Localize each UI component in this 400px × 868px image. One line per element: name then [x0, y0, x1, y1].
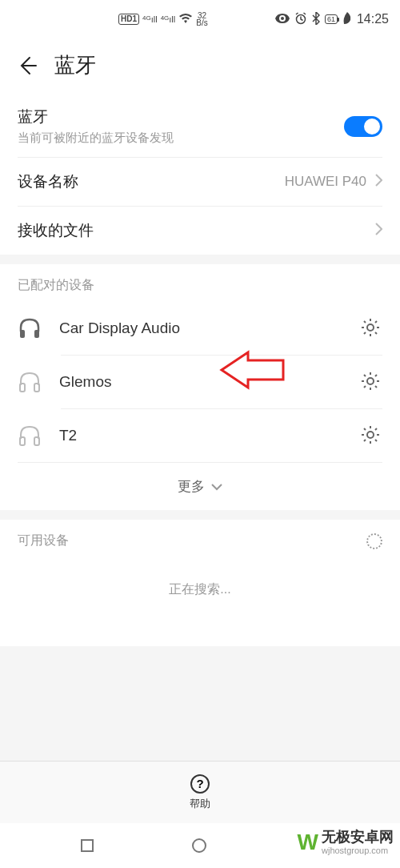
svg-point-3	[367, 324, 374, 331]
device-settings-button[interactable]	[360, 371, 382, 393]
spinner-icon	[366, 533, 382, 549]
status-right: 61 14:25	[275, 12, 389, 27]
paired-device-row[interactable]: Car Display Audio	[0, 302, 400, 355]
svg-rect-1	[20, 330, 25, 338]
searching-text: 正在搜索...	[0, 557, 400, 646]
alarm-icon	[294, 12, 307, 27]
chevron-down-icon	[211, 479, 222, 495]
device-name-value: HUAWEI P40	[285, 174, 366, 190]
watermark-url: wjhostgroup.com	[322, 846, 394, 855]
hd-indicator: HD1	[118, 14, 139, 25]
device-name-text: Car Display Audio	[59, 319, 342, 337]
page-title: 蓝牙	[54, 51, 96, 79]
net-speed: 32B/s	[196, 12, 207, 26]
device-name-text: Glemos	[59, 373, 342, 391]
help-icon: ?	[190, 774, 210, 794]
wifi-icon	[178, 13, 193, 26]
paired-device-row[interactable]: Glemos	[0, 356, 400, 408]
svg-rect-2	[34, 330, 39, 338]
signal-icon-1: 4Gıll	[142, 14, 158, 24]
help-bar[interactable]: ? 帮助	[0, 761, 400, 823]
clock-time: 14:25	[357, 12, 389, 26]
headphones-icon	[18, 370, 42, 394]
chevron-right-icon	[374, 223, 382, 239]
headphones-icon	[18, 424, 42, 448]
svg-point-6	[367, 378, 374, 384]
headphones-icon	[18, 316, 42, 340]
watermark: W 无极安卓网 wjhostgroup.com	[298, 830, 394, 855]
device-settings-button[interactable]	[360, 317, 382, 340]
received-files-label: 接收的文件	[18, 220, 94, 241]
device-settings-button[interactable]	[360, 424, 382, 447]
header: 蓝牙	[0, 38, 400, 95]
bluetooth-label: 蓝牙	[18, 106, 48, 127]
svg-rect-4	[20, 384, 25, 392]
svg-rect-5	[34, 384, 39, 392]
recent-apps-button[interactable]	[81, 839, 94, 852]
bluetooth-toggle-row[interactable]: 蓝牙 当前可被附近的蓝牙设备发现	[0, 95, 400, 157]
more-button[interactable]: 更多	[0, 463, 400, 510]
device-name-text: T2	[59, 427, 342, 444]
device-name-label: 设备名称	[18, 171, 78, 192]
paired-device-row[interactable]: T2	[0, 409, 400, 462]
svg-rect-7	[20, 437, 25, 445]
battery-indicator: 61	[325, 14, 338, 24]
available-devices-header: 可用设备	[0, 520, 400, 557]
paired-devices-header: 已配对的设备	[0, 264, 400, 302]
back-button[interactable]	[16, 54, 38, 77]
device-name-row[interactable]: 设备名称 HUAWEI P40	[0, 158, 400, 206]
chevron-right-icon	[374, 174, 382, 190]
help-label: 帮助	[190, 797, 210, 811]
received-files-row[interactable]: 接收的文件	[0, 207, 400, 255]
home-button[interactable]	[192, 838, 206, 853]
bluetooth-sub: 当前可被附近的蓝牙设备发现	[18, 131, 174, 146]
svg-point-9	[367, 432, 374, 438]
status-left: HD1 4Gıll 4Gıll 32B/s	[11, 12, 208, 26]
watermark-logo: W	[298, 830, 317, 855]
signal-icon-2: 4Gıll	[161, 14, 176, 24]
watermark-text: 无极安卓网	[322, 830, 394, 846]
eye-icon	[275, 13, 290, 26]
bluetooth-status-icon	[312, 12, 320, 27]
leaf-icon	[342, 12, 352, 27]
svg-rect-8	[34, 437, 39, 445]
bluetooth-toggle[interactable]	[344, 116, 382, 137]
status-bar: HD1 4Gıll 4Gıll 32B/s 61 14:25	[0, 0, 400, 38]
